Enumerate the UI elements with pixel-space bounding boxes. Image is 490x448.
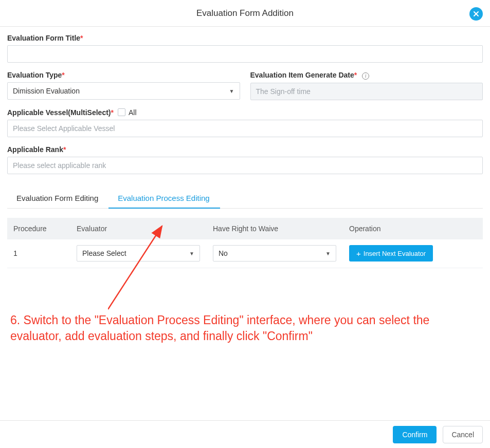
table-header: Procedure Evaluator Have Right to Waive … [7,218,483,239]
title-label-text: Evaluation Form Title [7,34,80,42]
waive-select[interactable]: No ▼ [213,245,336,262]
form-area: Evaluation Form Title* Evaluation Type* … [0,27,490,268]
cell-procedure: 1 [7,249,77,257]
th-evaluator: Evaluator [77,225,213,233]
gen-date-label-text: Evaluation Item Generate Date [250,71,354,79]
info-icon[interactable]: i [362,72,369,80]
modal-title: Evaluation Form Addition [196,8,294,18]
process-table: Procedure Evaluator Have Right to Waive … [7,218,483,268]
field-rank: Applicable Rank* [7,145,483,174]
insert-evaluator-button[interactable]: + Insert Next Evaluator [349,245,433,262]
chevron-down-icon: ▼ [189,251,194,256]
field-vessel: Applicable Vessel(MultiSelect)* All [7,108,483,137]
evaluator-select[interactable]: Please Select ▼ [77,245,200,262]
tab-form-editing[interactable]: Evaluation Form Editing [7,188,108,208]
required-marker: * [111,108,114,117]
type-label-text: Evaluation Type [7,71,62,79]
title-input[interactable] [7,45,483,63]
rank-input[interactable] [7,157,483,174]
chevron-down-icon: ▼ [325,251,331,256]
type-select[interactable]: Dimission Evaluation ▼ [7,82,240,100]
th-operation: Operation [349,225,483,233]
tab-process-editing[interactable]: Evaluation Process Editing [108,188,220,209]
th-procedure: Procedure [7,225,77,233]
required-marker: * [62,71,64,79]
vessel-all-label: All [129,108,137,117]
required-marker: * [63,145,66,154]
type-label: Evaluation Type* [7,71,240,79]
title-label: Evaluation Form Title* [7,34,483,42]
plus-icon: + [356,250,361,257]
field-title: Evaluation Form Title* [7,34,483,63]
vessel-label: Applicable Vessel(MultiSelect)* All [7,108,483,117]
close-icon [473,10,480,17]
modal-footer: Confirm Cancel [0,420,490,448]
vessel-label-text: Applicable Vessel(MultiSelect) [7,108,111,117]
rank-label: Applicable Rank* [7,145,483,154]
modal-header: Evaluation Form Addition [0,0,490,27]
field-gen-date: Evaluation Item Generate Date* i The Sig… [250,71,483,100]
tabs: Evaluation Form Editing Evaluation Proce… [7,188,483,209]
insert-label: Insert Next Evaluator [364,250,426,257]
checkbox-icon [118,108,125,116]
th-waive: Have Right to Waive [213,225,349,233]
annotation-text: 6. Switch to the "Evaluation Process Edi… [10,312,483,344]
cancel-button[interactable]: Cancel [443,426,483,443]
field-type: Evaluation Type* Dimission Evaluation ▼ [7,71,240,100]
vessel-all-checkbox[interactable]: All [118,108,137,117]
gen-date-value: The Sign-off time [256,87,311,96]
required-marker: * [354,71,357,79]
waive-select-value: No [219,249,228,257]
required-marker: * [80,34,83,42]
gen-date-label: Evaluation Item Generate Date* i [250,71,483,80]
gen-date-readonly: The Sign-off time [250,83,483,100]
chevron-down-icon: ▼ [229,88,234,94]
close-button[interactable] [469,7,483,21]
evaluator-select-value: Please Select [82,249,126,257]
vessel-input[interactable] [7,120,483,137]
table-row: 1 Please Select ▼ No ▼ + Insert Next Eva… [7,239,483,268]
confirm-button[interactable]: Confirm [393,426,437,443]
type-select-value: Dimission Evaluation [13,87,80,95]
rank-label-text: Applicable Rank [7,145,63,154]
